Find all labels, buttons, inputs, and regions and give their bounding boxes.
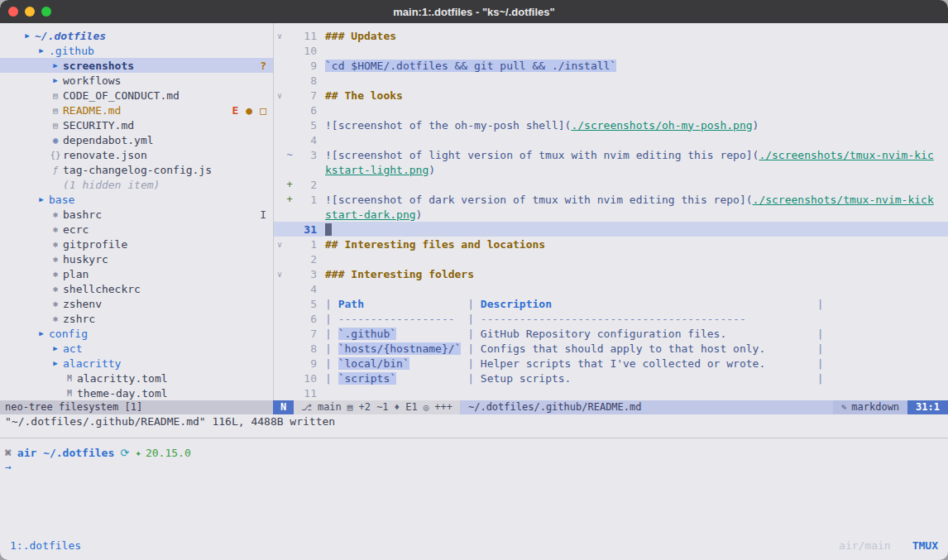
star-icon: ✱ [48, 239, 63, 250]
tmux-statusbar: 1:.dotfiles air/main TMUX [0, 530, 948, 560]
git-modified-marker: □ [260, 104, 266, 117]
tree-item-screenshots[interactable]: ▶screenshots? [0, 58, 273, 73]
tree-item-shellcheckrc[interactable]: ✱shellcheckrc [0, 281, 273, 296]
editor-line[interactable]: ∨7## The looks [274, 88, 948, 103]
editor-line[interactable]: start-dark.png) [274, 207, 948, 222]
editor-line[interactable]: 9| `local/bin` | Helper scripts that I'v… [274, 356, 948, 371]
terminal-window: main:1:.dotfiles - "ks~/.dotfiles" ▶~/.d… [0, 0, 948, 560]
diagnostic-error-marker: E [232, 104, 239, 117]
shell-empty-area[interactable] [0, 475, 948, 530]
tree-item-huskyrc[interactable]: ✱huskyrc [0, 251, 273, 266]
tree-item-label: ~/.dotfiles [35, 30, 106, 42]
editor-line[interactable]: 7| `.github` | GitHub Repository configu… [274, 326, 948, 341]
file-path: ~/.dotfiles/.github/README.md [460, 400, 833, 414]
line-number: 10 [294, 372, 317, 385]
editor-line[interactable]: +1![screenshot of dark version of tmux w… [274, 192, 948, 207]
tree-item-renovate.json[interactable]: {}renovate.json [0, 147, 273, 162]
tree-item-security.md[interactable]: ▤SECURITY.md [0, 117, 273, 132]
fold-marker[interactable]: ∨ [274, 270, 285, 279]
editor-line[interactable]: 6 [274, 103, 948, 117]
tree-item-config[interactable]: ▶config [0, 326, 273, 341]
editor-line[interactable]: 9`cd $HOME/.dotfiles && git pull && ./in… [274, 58, 948, 73]
tree-item-.github[interactable]: ▶.github [0, 43, 273, 58]
shell-pane[interactable]: ⌘ air ~/.dotfiles ⟳ ✦ 20.15.0 → [0, 438, 948, 475]
traffic-lights [8, 7, 51, 17]
js-icon: ƒ [48, 165, 63, 175]
line-number: 3 [294, 268, 317, 280]
editor-line[interactable]: 10| `scripts` | Setup scripts. | [274, 371, 948, 385]
editor-line[interactable]: 5| Path | Description | [274, 296, 948, 311]
zoom-button[interactable] [41, 7, 51, 17]
editor-line[interactable]: kstart-light.png) [274, 162, 948, 177]
line-text: ## Interesting files and locations [325, 238, 545, 251]
fold-marker[interactable]: ∨ [274, 31, 285, 41]
tree-item-code-of-conduct.md[interactable]: ▤CODE_OF_CONDUCT.md [0, 88, 273, 103]
tree-item-dependabot.yml[interactable]: ◉dependabot.yml [0, 132, 273, 147]
star-icon: ✱ [48, 254, 63, 265]
git-segment: ⎇ main ▤ +2 ~1 ♦ E1 ◎ +++ [294, 400, 460, 414]
tree-item-alacritty.toml[interactable]: Malacritty.toml [0, 371, 273, 385]
tree-item-theme-day.toml[interactable]: Mtheme-day.toml [0, 385, 273, 400]
line-number: 3 [294, 149, 317, 161]
editor-line[interactable]: 10 [274, 43, 948, 58]
tree-item-label: renovate.json [63, 149, 147, 161]
editor-pane[interactable]: ∨11### Updates109`cd $HOME/.dotfiles && … [273, 23, 948, 400]
line-number: 4 [294, 283, 317, 295]
tree-item--.dotfiles[interactable]: ▶~/.dotfiles [0, 28, 273, 43]
editor-line[interactable]: 31 [274, 222, 948, 237]
editor-line[interactable]: ∨3### Interesting folders [274, 266, 948, 281]
editor-line[interactable]: 2 [274, 251, 948, 266]
neo-tree-sidebar: ▶~/.dotfiles▶.github▶screenshots?▶workfl… [0, 23, 273, 400]
toml-icon: M [62, 389, 77, 398]
tree-item-alacritty[interactable]: ▶alacritty [0, 356, 273, 371]
diff-icon: ▤ [347, 400, 353, 414]
line-number: 10 [294, 45, 317, 57]
tree-item-zshrc[interactable]: ✱zshrc [0, 311, 273, 326]
tree-item-workflows[interactable]: ▶workflows [0, 73, 273, 88]
line-number: 8 [294, 342, 317, 355]
item-markers: I [260, 208, 273, 221]
line-number: 4 [294, 134, 317, 146]
editor-line[interactable]: 5![screenshot of the oh-my-posh shell](.… [274, 117, 948, 132]
editor-line[interactable]: 11 [274, 385, 948, 400]
line-text: kstart-light.png) [325, 164, 435, 176]
tree-item--1-hidden-item-[interactable]: (1 hidden item) [0, 177, 273, 192]
editor-line[interactable]: 6| ------------------ | ----------------… [274, 311, 948, 326]
editor-line[interactable]: 8 [274, 73, 948, 88]
tree-item-readme.md[interactable]: ▤README.mdE●□ [0, 103, 273, 117]
tree-item-tag-changelog-config.js[interactable]: ƒtag-changelog-config.js [0, 162, 273, 177]
diagnostics-icon: ♦ [395, 400, 400, 414]
tree-item-gitprofile[interactable]: ✱gitprofile [0, 237, 273, 251]
tree-item-base[interactable]: ▶base [0, 192, 273, 207]
editor-line[interactable]: ∨1## Interesting files and locations [274, 237, 948, 251]
tree-item-act[interactable]: ▶act [0, 341, 273, 356]
line-number: 5 [294, 119, 317, 132]
refresh-icon: ⟳ [120, 447, 129, 459]
tree-item-bashrc[interactable]: ✱bashrcI [0, 207, 273, 222]
close-button[interactable] [8, 7, 18, 17]
line-text: `cd $HOME/.dotfiles && git pull && ./ins… [325, 60, 616, 72]
tree-item-label: base [49, 194, 74, 206]
tmux-window-tab[interactable]: 1:.dotfiles [10, 539, 81, 552]
tree-item-label: tag-changelog-config.js [63, 164, 212, 176]
editor-line[interactable]: 8| `hosts/{hostname}/` | Configs that sh… [274, 341, 948, 356]
editor-line[interactable]: +2 [274, 177, 948, 192]
editor-line[interactable]: ∨11### Updates [274, 28, 948, 43]
pane-gap [0, 429, 948, 438]
tree-item-zshenv[interactable]: ✱zshenv [0, 296, 273, 311]
tree-item-ecrc[interactable]: ✱ecrc [0, 222, 273, 237]
git-branch-icon: ⎇ [301, 400, 312, 414]
folder-icon: ▶ [48, 359, 63, 367]
editor-line[interactable]: 4 [274, 281, 948, 296]
editor-line[interactable]: 4 [274, 132, 948, 147]
tree-item-label: config [49, 328, 88, 340]
cursor-position: 31:1 [907, 400, 948, 414]
line-text: | `.github` | GitHub Repository configur… [325, 328, 824, 340]
status-row: neo-tree filesystem [1] N ⎇ main ▤ +2 ~1… [0, 400, 948, 414]
fold-marker[interactable]: ∨ [274, 91, 285, 100]
tree-item-plan[interactable]: ✱plan [0, 266, 273, 281]
editor-line[interactable]: ~3![screenshot of light version of tmux … [274, 147, 948, 162]
line-number: 8 [294, 74, 317, 87]
minimize-button[interactable] [25, 7, 35, 17]
fold-marker[interactable]: ∨ [274, 240, 285, 249]
